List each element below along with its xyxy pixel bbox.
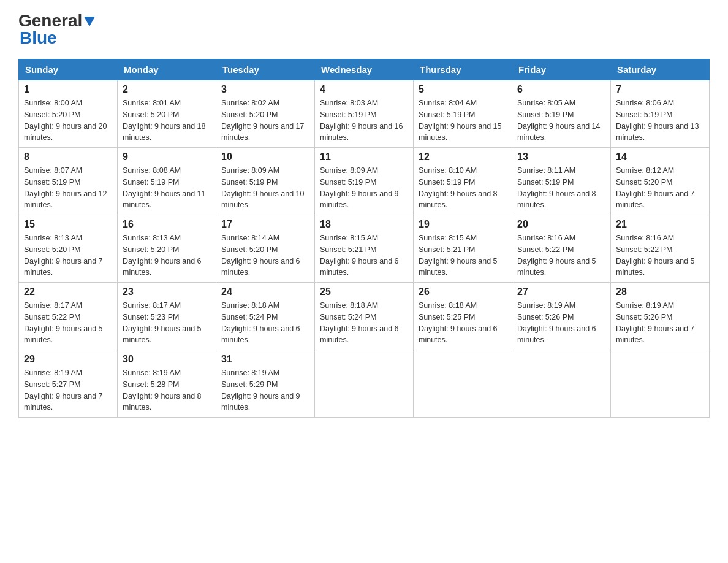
- day-info: Sunrise: 8:06 AM Sunset: 5:19 PM Dayligh…: [616, 98, 704, 144]
- day-info: Sunrise: 8:12 AM Sunset: 5:20 PM Dayligh…: [616, 165, 704, 211]
- calendar-cell: 21 Sunrise: 8:16 AM Sunset: 5:22 PM Dayl…: [611, 215, 710, 283]
- calendar-cell: [315, 350, 414, 418]
- day-info: Sunrise: 8:16 AM Sunset: 5:22 PM Dayligh…: [517, 232, 605, 278]
- calendar-cell: 16 Sunrise: 8:13 AM Sunset: 5:20 PM Dayl…: [118, 215, 216, 283]
- calendar-week-row: 8 Sunrise: 8:07 AM Sunset: 5:19 PM Dayli…: [19, 148, 710, 215]
- calendar-header-row: SundayMondayTuesdayWednesdayThursdayFrid…: [19, 59, 710, 80]
- day-number: 20: [517, 219, 605, 230]
- day-number: 17: [221, 219, 309, 230]
- column-header-sunday: Sunday: [19, 59, 118, 80]
- day-number: 2: [123, 84, 211, 95]
- day-number: 5: [419, 84, 507, 95]
- calendar-week-row: 1 Sunrise: 8:00 AM Sunset: 5:20 PM Dayli…: [19, 80, 710, 148]
- day-number: 24: [221, 286, 309, 297]
- day-number: 30: [123, 354, 211, 365]
- day-number: 1: [24, 84, 112, 95]
- calendar-cell: 19 Sunrise: 8:15 AM Sunset: 5:21 PM Dayl…: [414, 215, 512, 283]
- calendar-cell: 26 Sunrise: 8:18 AM Sunset: 5:25 PM Dayl…: [414, 283, 512, 350]
- day-number: 10: [221, 151, 309, 163]
- day-number: 3: [221, 84, 309, 95]
- calendar-cell: 1 Sunrise: 8:00 AM Sunset: 5:20 PM Dayli…: [19, 80, 118, 148]
- day-number: 25: [320, 286, 408, 297]
- day-number: 12: [419, 151, 507, 163]
- day-info: Sunrise: 8:13 AM Sunset: 5:20 PM Dayligh…: [24, 232, 112, 278]
- calendar-cell: 2 Sunrise: 8:01 AM Sunset: 5:20 PM Dayli…: [118, 80, 216, 148]
- day-info: Sunrise: 8:19 AM Sunset: 5:26 PM Dayligh…: [517, 300, 605, 346]
- calendar-cell: 31 Sunrise: 8:19 AM Sunset: 5:29 PM Dayl…: [216, 350, 315, 418]
- calendar-cell: 15 Sunrise: 8:13 AM Sunset: 5:20 PM Dayl…: [19, 215, 118, 283]
- day-number: 9: [123, 151, 211, 163]
- page-header: General Blue: [18, 12, 710, 47]
- day-info: Sunrise: 8:01 AM Sunset: 5:20 PM Dayligh…: [123, 98, 211, 144]
- svg-marker-0: [84, 17, 95, 26]
- calendar-cell: 20 Sunrise: 8:16 AM Sunset: 5:22 PM Dayl…: [512, 215, 611, 283]
- day-number: 18: [320, 219, 408, 230]
- calendar-cell: 13 Sunrise: 8:11 AM Sunset: 5:19 PM Dayl…: [512, 148, 611, 215]
- logo: General Blue: [18, 12, 95, 47]
- day-number: 19: [419, 219, 507, 230]
- calendar-cell: 14 Sunrise: 8:12 AM Sunset: 5:20 PM Dayl…: [611, 148, 710, 215]
- calendar-cell: 11 Sunrise: 8:09 AM Sunset: 5:19 PM Dayl…: [315, 148, 414, 215]
- day-info: Sunrise: 8:18 AM Sunset: 5:24 PM Dayligh…: [221, 300, 309, 346]
- day-info: Sunrise: 8:09 AM Sunset: 5:19 PM Dayligh…: [221, 165, 309, 211]
- calendar-cell: 3 Sunrise: 8:02 AM Sunset: 5:20 PM Dayli…: [216, 80, 315, 148]
- day-info: Sunrise: 8:13 AM Sunset: 5:20 PM Dayligh…: [123, 232, 211, 278]
- calendar-cell: 27 Sunrise: 8:19 AM Sunset: 5:26 PM Dayl…: [512, 283, 611, 350]
- day-number: 11: [320, 151, 408, 163]
- day-info: Sunrise: 8:15 AM Sunset: 5:21 PM Dayligh…: [419, 232, 507, 278]
- calendar-cell: 10 Sunrise: 8:09 AM Sunset: 5:19 PM Dayl…: [216, 148, 315, 215]
- calendar-cell: 12 Sunrise: 8:10 AM Sunset: 5:19 PM Dayl…: [414, 148, 512, 215]
- day-info: Sunrise: 8:07 AM Sunset: 5:19 PM Dayligh…: [24, 165, 112, 211]
- day-number: 27: [517, 286, 605, 297]
- day-info: Sunrise: 8:15 AM Sunset: 5:21 PM Dayligh…: [320, 232, 408, 278]
- day-number: 6: [517, 84, 605, 95]
- day-info: Sunrise: 8:17 AM Sunset: 5:23 PM Dayligh…: [123, 300, 211, 346]
- day-number: 31: [221, 354, 309, 365]
- day-number: 16: [123, 219, 211, 230]
- calendar-cell: 25 Sunrise: 8:18 AM Sunset: 5:24 PM Dayl…: [315, 283, 414, 350]
- calendar-cell: [414, 350, 512, 418]
- calendar-cell: 4 Sunrise: 8:03 AM Sunset: 5:19 PM Dayli…: [315, 80, 414, 148]
- day-info: Sunrise: 8:11 AM Sunset: 5:19 PM Dayligh…: [517, 165, 605, 211]
- day-info: Sunrise: 8:18 AM Sunset: 5:25 PM Dayligh…: [419, 300, 507, 346]
- day-info: Sunrise: 8:08 AM Sunset: 5:19 PM Dayligh…: [123, 165, 211, 211]
- calendar-week-row: 22 Sunrise: 8:17 AM Sunset: 5:22 PM Dayl…: [19, 283, 710, 350]
- day-number: 29: [24, 354, 112, 365]
- day-info: Sunrise: 8:19 AM Sunset: 5:28 PM Dayligh…: [123, 367, 211, 413]
- calendar-cell: 30 Sunrise: 8:19 AM Sunset: 5:28 PM Dayl…: [118, 350, 216, 418]
- day-number: 23: [123, 286, 211, 297]
- calendar-table: SundayMondayTuesdayWednesdayThursdayFrid…: [18, 59, 710, 418]
- column-header-saturday: Saturday: [611, 59, 710, 80]
- day-info: Sunrise: 8:16 AM Sunset: 5:22 PM Dayligh…: [616, 232, 704, 278]
- day-number: 22: [24, 286, 112, 297]
- day-info: Sunrise: 8:18 AM Sunset: 5:24 PM Dayligh…: [320, 300, 408, 346]
- calendar-cell: 5 Sunrise: 8:04 AM Sunset: 5:19 PM Dayli…: [414, 80, 512, 148]
- day-info: Sunrise: 8:17 AM Sunset: 5:22 PM Dayligh…: [24, 300, 112, 346]
- day-number: 8: [24, 151, 112, 163]
- column-header-wednesday: Wednesday: [315, 59, 414, 80]
- day-number: 26: [419, 286, 507, 297]
- calendar-cell: 22 Sunrise: 8:17 AM Sunset: 5:22 PM Dayl…: [19, 283, 118, 350]
- day-info: Sunrise: 8:09 AM Sunset: 5:19 PM Dayligh…: [320, 165, 408, 211]
- logo-text-general: General: [18, 12, 82, 29]
- column-header-friday: Friday: [512, 59, 611, 80]
- day-info: Sunrise: 8:19 AM Sunset: 5:26 PM Dayligh…: [616, 300, 704, 346]
- calendar-cell: 6 Sunrise: 8:05 AM Sunset: 5:19 PM Dayli…: [512, 80, 611, 148]
- day-number: 15: [24, 219, 112, 230]
- calendar-cell: [512, 350, 611, 418]
- day-info: Sunrise: 8:19 AM Sunset: 5:27 PM Dayligh…: [24, 367, 112, 413]
- column-header-thursday: Thursday: [414, 59, 512, 80]
- day-info: Sunrise: 8:10 AM Sunset: 5:19 PM Dayligh…: [419, 165, 507, 211]
- day-number: 7: [616, 84, 704, 95]
- calendar-cell: 23 Sunrise: 8:17 AM Sunset: 5:23 PM Dayl…: [118, 283, 216, 350]
- calendar-cell: 17 Sunrise: 8:14 AM Sunset: 5:20 PM Dayl…: [216, 215, 315, 283]
- day-info: Sunrise: 8:05 AM Sunset: 5:19 PM Dayligh…: [517, 98, 605, 144]
- logo-arrow-icon: [84, 17, 95, 28]
- day-info: Sunrise: 8:02 AM Sunset: 5:20 PM Dayligh…: [221, 98, 309, 144]
- day-info: Sunrise: 8:03 AM Sunset: 5:19 PM Dayligh…: [320, 98, 408, 144]
- column-header-monday: Monday: [118, 59, 216, 80]
- calendar-cell: 7 Sunrise: 8:06 AM Sunset: 5:19 PM Dayli…: [611, 80, 710, 148]
- day-info: Sunrise: 8:00 AM Sunset: 5:20 PM Dayligh…: [24, 98, 112, 144]
- day-number: 13: [517, 151, 605, 163]
- calendar-cell: 9 Sunrise: 8:08 AM Sunset: 5:19 PM Dayli…: [118, 148, 216, 215]
